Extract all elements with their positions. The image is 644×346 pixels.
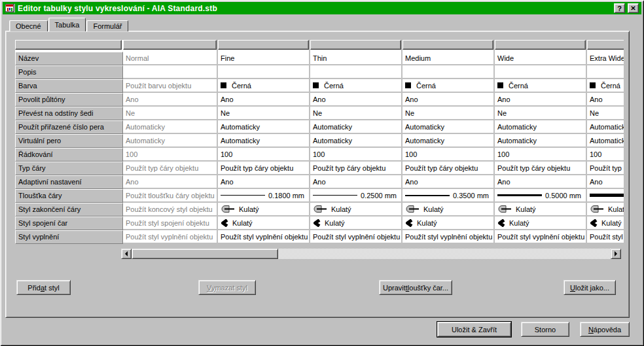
table-cell[interactable]: Ano: [310, 93, 401, 107]
row-header[interactable]: Virtuální pero: [15, 134, 123, 148]
table-cell[interactable]: Ano: [218, 93, 309, 107]
row-header[interactable]: Název: [15, 52, 123, 65]
table-cell[interactable]: Použít styl vyplnění objektu: [310, 230, 401, 244]
table-cell[interactable]: Ne: [218, 107, 309, 120]
table-cell[interactable]: Ano: [495, 93, 586, 107]
table-cell[interactable]: Kulatý: [402, 216, 493, 230]
table-cell[interactable]: 0.3500 mm: [402, 189, 493, 203]
table-cell[interactable]: Medium: [402, 52, 493, 65]
row-header[interactable]: Adaptivní nastavení: [15, 175, 123, 189]
help-button[interactable]: ?: [614, 3, 625, 13]
table-cell[interactable]: 100: [218, 148, 309, 162]
row-header[interactable]: Řádkování: [15, 148, 123, 162]
table-cell[interactable]: 100: [587, 148, 624, 162]
table-cell[interactable]: Ano: [587, 175, 624, 189]
cancel-button[interactable]: Storno: [521, 322, 569, 337]
scrollbar-track[interactable]: [278, 249, 611, 259]
table-cell[interactable]: Ano: [495, 175, 586, 189]
scroll-right-button[interactable]: [611, 249, 621, 259]
table-cell[interactable]: Ano: [218, 175, 309, 189]
table-cell[interactable]: Použít typ čáry objektu: [402, 162, 493, 175]
table-cell[interactable]: Automaticky: [310, 134, 401, 148]
table-cell[interactable]: Kulatý: [218, 216, 309, 230]
table-cell[interactable]: Použít typ čáry objektu: [218, 162, 309, 175]
table-cell[interactable]: Automaticky: [218, 134, 309, 148]
row-header[interactable]: Barva: [15, 79, 123, 93]
table-cell[interactable]: Černá: [402, 79, 493, 93]
table-cell[interactable]: [218, 65, 309, 79]
row-header[interactable]: Typ čáry: [15, 162, 123, 175]
table-cell[interactable]: [495, 65, 586, 79]
row-header[interactable]: Povolit půltóny: [15, 93, 123, 107]
table-cell[interactable]: Automaticky: [402, 120, 493, 134]
table-cell[interactable]: Použít typ čáry objektu: [495, 162, 586, 175]
table-cell[interactable]: 0.5000 mm: [495, 189, 586, 203]
table-cell[interactable]: Použít styl vyplnění objektu: [495, 230, 586, 244]
table-cell[interactable]: Černá: [495, 79, 586, 93]
table-cell[interactable]: Automaticky: [587, 120, 624, 134]
table-cell[interactable]: 0.2500 mm: [310, 189, 401, 203]
table-cell[interactable]: Ano: [402, 175, 493, 189]
table-cell[interactable]: Kulatý: [402, 203, 493, 216]
table-cell[interactable]: Ano: [310, 175, 401, 189]
table-cell[interactable]: Ne: [402, 107, 493, 120]
add-style-button[interactable]: Přidat styl: [16, 280, 71, 295]
table-cell[interactable]: Použít typ čáry objektu: [310, 162, 401, 175]
table-cell[interactable]: [587, 65, 624, 79]
row-header[interactable]: Styl spojení čar: [15, 216, 123, 230]
tab-tabulka[interactable]: Tabulka: [48, 18, 86, 31]
table-cell[interactable]: Ne: [310, 107, 401, 120]
table-cell[interactable]: 100: [402, 148, 493, 162]
tab-obecne[interactable]: Obecné: [9, 20, 48, 31]
scroll-left-button[interactable]: [121, 249, 132, 259]
table-cell[interactable]: Automaticky: [587, 134, 624, 148]
table-cell[interactable]: Thin: [310, 52, 401, 65]
table-cell[interactable]: Ano: [402, 93, 493, 107]
column-header-cell[interactable]: [495, 40, 586, 50]
table-cell[interactable]: Kulatý: [587, 216, 624, 230]
table-cell[interactable]: Automaticky: [402, 134, 493, 148]
table-cell[interactable]: Fine: [218, 52, 309, 65]
save-as-button[interactable]: Uložit jako...: [564, 280, 616, 295]
table-cell[interactable]: Kulatý: [218, 203, 309, 216]
column-header-cell[interactable]: [587, 40, 624, 50]
row-header[interactable]: Použít přiřazené číslo pera: [15, 120, 123, 134]
table-cell[interactable]: [587, 189, 624, 203]
table-cell[interactable]: Kulatý: [495, 203, 586, 216]
table-cell[interactable]: Kulatý: [310, 203, 401, 216]
table-cell[interactable]: Kulatý: [587, 203, 624, 216]
column-header-cell[interactable]: [123, 40, 217, 50]
table-cell[interactable]: Ne: [495, 107, 586, 120]
table-cell[interactable]: Použít typ čáry objektu: [587, 162, 624, 175]
scrollbar-thumb[interactable]: [132, 249, 278, 259]
table-cell[interactable]: [402, 65, 493, 79]
table-cell[interactable]: Kulatý: [310, 216, 401, 230]
table-cell[interactable]: Automaticky: [495, 120, 586, 134]
row-header[interactable]: Popis: [15, 65, 123, 79]
help-footer-button[interactable]: Nápověda: [580, 322, 630, 337]
corner-header-cell[interactable]: [15, 40, 122, 50]
table-cell[interactable]: Extra Wide: [587, 52, 624, 65]
table-cell[interactable]: Černá: [310, 79, 401, 93]
row-header[interactable]: Převést na odstíny šedi: [15, 107, 123, 120]
table-cell[interactable]: Použít styl vyplnění objektu: [402, 230, 493, 244]
edit-lineweights-button[interactable]: Upravit tloušťky čar...: [379, 280, 452, 295]
table-cell[interactable]: Černá: [587, 79, 624, 93]
table-cell[interactable]: Ne: [587, 107, 624, 120]
table-cell[interactable]: Použít styl vyplnění objektu: [218, 230, 309, 244]
table-cell[interactable]: Automaticky: [495, 134, 586, 148]
row-header[interactable]: Tloušťka čáry: [15, 189, 123, 203]
table-cell[interactable]: Kulatý: [495, 216, 586, 230]
column-header-cell[interactable]: [402, 40, 493, 50]
table-cell[interactable]: 100: [495, 148, 586, 162]
close-button[interactable]: ✕: [628, 3, 639, 13]
table-cell[interactable]: Použít styl vyplnění objektu: [587, 230, 624, 244]
row-header[interactable]: Styl vyplnění: [15, 230, 123, 244]
column-header-cell[interactable]: [310, 40, 401, 50]
row-header[interactable]: Styl zakončení čáry: [15, 203, 123, 216]
table-cell[interactable]: 0.1800 mm: [218, 189, 309, 203]
table-cell[interactable]: Automaticky: [218, 120, 309, 134]
save-and-close-button[interactable]: Uložit & Zavřít: [437, 322, 511, 337]
table-cell[interactable]: Černá: [218, 79, 309, 93]
table-cell[interactable]: 100: [310, 148, 401, 162]
